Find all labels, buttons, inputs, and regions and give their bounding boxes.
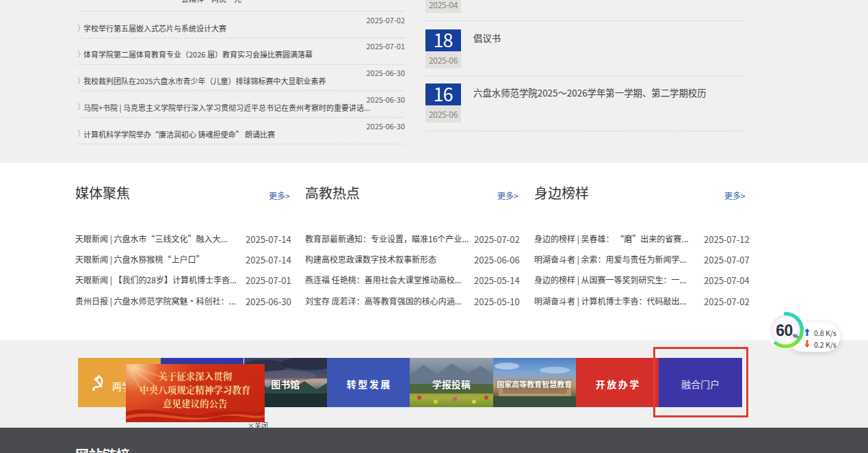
svg-text:60: 60 bbox=[776, 322, 793, 339]
svg-text:%: % bbox=[793, 333, 798, 339]
